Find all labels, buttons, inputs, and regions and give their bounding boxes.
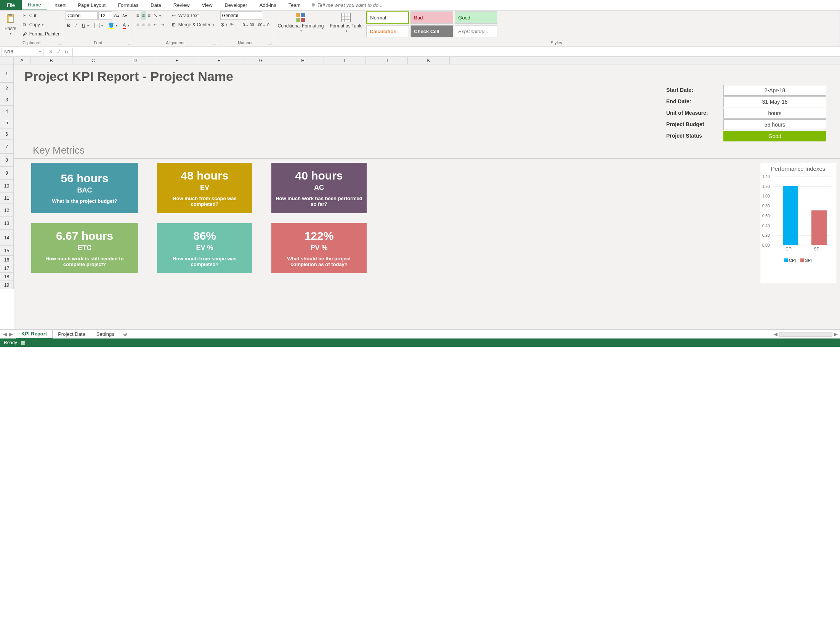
tab-data[interactable]: Data (144, 0, 167, 10)
tab-add-ins[interactable]: Add-ins (253, 0, 282, 10)
col-header-G[interactable]: G (240, 57, 282, 64)
tab-review[interactable]: Review (167, 0, 196, 10)
status-value[interactable]: Good (723, 131, 826, 141)
tab-home[interactable]: Home (22, 0, 47, 10)
col-header-B[interactable]: B (30, 57, 72, 64)
decrease-font-button[interactable]: A▾ (121, 11, 128, 20)
row-header-4[interactable]: 4 (0, 106, 14, 117)
font-name-select[interactable] (66, 11, 98, 20)
row-header-8[interactable]: 8 (0, 154, 14, 167)
tab-view[interactable]: View (196, 0, 218, 10)
style-bad[interactable]: Bad (410, 11, 453, 24)
align-middle-button[interactable]: ≡ (141, 11, 146, 20)
col-header-F[interactable]: F (198, 57, 240, 64)
enter-formula-button[interactable]: ✓ (57, 49, 61, 55)
tab-formulas[interactable]: Formulas (112, 0, 144, 10)
decrease-indent-button[interactable]: ⇤ (152, 21, 159, 29)
macro-record-icon[interactable]: ▦ (21, 340, 25, 345)
row-header-12[interactable]: 12 (0, 204, 14, 217)
align-top-button[interactable]: ≡ (135, 11, 140, 20)
cell-styles-gallery[interactable]: Normal Bad Good Calculation Check Cell E… (366, 11, 497, 37)
row-header-18[interactable]: 18 (0, 273, 14, 281)
tab-page-layout[interactable]: Page Layout (72, 0, 112, 10)
conditional-formatting-button[interactable]: Conditional Formatting▾ (276, 11, 326, 34)
col-header-I[interactable]: I (324, 57, 366, 64)
row-header-16[interactable]: 16 (0, 256, 14, 264)
merge-center-button[interactable]: ⊞Merge & Center▾ (169, 21, 215, 29)
format-as-table-button[interactable]: Format as Table▾ (327, 11, 365, 34)
uom-value[interactable]: hours (723, 108, 826, 119)
increase-decimal-button[interactable]: .0→.00 (240, 21, 255, 29)
font-size-select[interactable] (98, 11, 112, 20)
end-date-value[interactable]: 31-May-18 (723, 96, 826, 107)
italic-button[interactable]: I (74, 21, 78, 30)
increase-indent-button[interactable]: ⇥ (159, 21, 165, 29)
formula-input[interactable] (72, 48, 840, 56)
dialog-launcher-icon[interactable] (268, 42, 271, 45)
start-date-value[interactable]: 2-Apr-18 (723, 85, 826, 96)
paste-button[interactable]: Paste ▾ (2, 11, 19, 36)
dialog-launcher-icon[interactable] (58, 42, 61, 45)
percent-button[interactable]: % (229, 21, 236, 29)
comma-button[interactable]: , (236, 21, 240, 29)
sheet-tab-project-data[interactable]: Project Data (53, 330, 91, 338)
row-header-7[interactable]: 7 (0, 140, 14, 154)
horizontal-scrollbar[interactable] (779, 332, 832, 337)
align-bottom-button[interactable]: ≡ (147, 11, 152, 20)
col-header-D[interactable]: D (114, 57, 156, 64)
row-header-10[interactable]: 10 (0, 180, 14, 192)
underline-button[interactable]: U▾ (81, 21, 90, 30)
spreadsheet-grid[interactable]: ABCDEFGHIJK 1234567891011121314151617181… (0, 57, 840, 329)
row-header-19[interactable]: 19 (0, 281, 14, 289)
scroll-left-button[interactable]: ◀ (774, 331, 777, 337)
style-calculation[interactable]: Calculation (366, 25, 409, 37)
tab-insert[interactable]: Insert (47, 0, 72, 10)
col-header-E[interactable]: E (156, 57, 198, 64)
sheet-tab-kpi-report[interactable]: KPI Report (16, 330, 53, 338)
sheet-nav-prev[interactable]: ◀ (3, 331, 7, 337)
bold-button[interactable]: B (66, 21, 71, 30)
orientation-button[interactable]: ⤡▾ (152, 11, 162, 20)
row-header-1[interactable]: 1 (0, 64, 14, 83)
row-header-9[interactable]: 9 (0, 167, 14, 180)
style-explanatory[interactable]: Explanatory ... (455, 25, 497, 37)
scroll-right-button[interactable]: ▶ (834, 331, 838, 337)
performance-chart[interactable]: Performance Indexes 0.000.200.400.600.80… (760, 163, 836, 284)
row-header-5[interactable]: 5 (0, 117, 14, 128)
align-right-button[interactable]: ≡ (147, 21, 152, 29)
name-box[interactable]: N16▾ (2, 48, 43, 56)
row-header-11[interactable]: 11 (0, 192, 14, 204)
style-good[interactable]: Good (455, 11, 497, 24)
col-header-H[interactable]: H (282, 57, 324, 64)
cancel-formula-button[interactable]: ✕ (49, 49, 53, 55)
col-header-C[interactable]: C (72, 57, 114, 64)
sheet-nav-next[interactable]: ▶ (9, 331, 13, 337)
col-header-A[interactable]: A (14, 57, 30, 64)
row-header-3[interactable]: 3 (0, 94, 14, 106)
number-format-select[interactable] (220, 11, 262, 20)
budget-value[interactable]: 56 hours (723, 119, 826, 130)
tab-file[interactable]: File (0, 0, 22, 10)
tab-developer[interactable]: Developer (218, 0, 253, 10)
select-all-corner[interactable] (0, 57, 14, 64)
align-left-button[interactable]: ≡ (135, 21, 140, 29)
row-header-6[interactable]: 6 (0, 128, 14, 140)
font-color-button[interactable]: A▾ (122, 21, 130, 30)
style-check-cell[interactable]: Check Cell (410, 25, 453, 37)
align-center-button[interactable]: ≡ (141, 21, 146, 29)
currency-button[interactable]: $▾ (220, 21, 229, 29)
sheet-tab-settings[interactable]: Settings (91, 330, 120, 338)
wrap-text-button[interactable]: ↩Wrap Text (169, 11, 215, 20)
copy-button[interactable]: ⧉Copy▾ (20, 21, 61, 29)
add-sheet-button[interactable]: ⊕ (123, 331, 127, 337)
row-header-15[interactable]: 15 (0, 246, 14, 256)
format-painter-button[interactable]: 🖌Format Painter (20, 30, 61, 38)
tell-me-search[interactable]: Tell me what you want to do... (311, 0, 383, 10)
row-header-17[interactable]: 17 (0, 264, 14, 273)
row-header-13[interactable]: 13 (0, 217, 14, 230)
col-header-K[interactable]: K (408, 57, 450, 64)
style-normal[interactable]: Normal (366, 11, 409, 24)
dialog-launcher-icon[interactable] (128, 42, 131, 45)
insert-function-button[interactable]: fx (65, 49, 69, 55)
fill-color-button[interactable]: 🪣▾ (107, 21, 119, 30)
